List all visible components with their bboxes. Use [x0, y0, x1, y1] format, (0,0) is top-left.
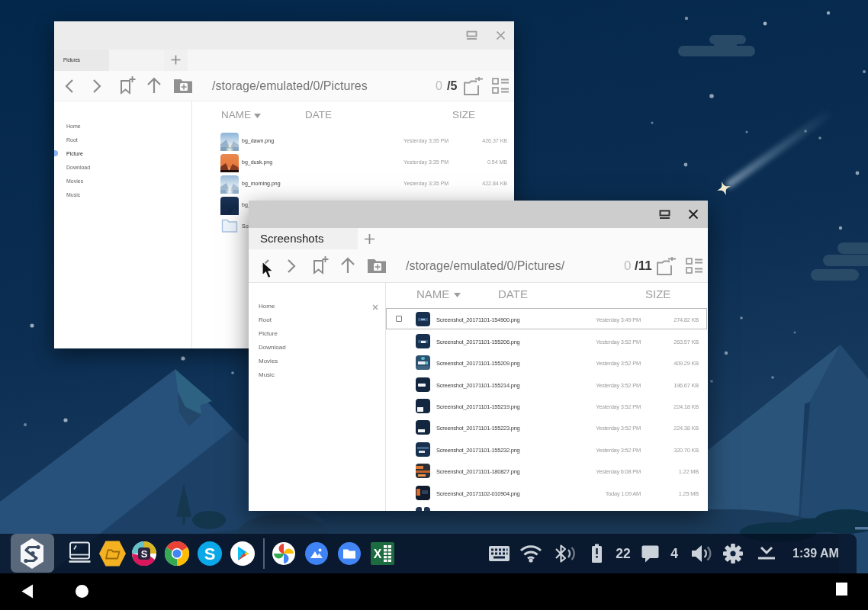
svg-text:X: X [374, 547, 382, 560]
svg-text:S: S [141, 548, 148, 560]
svg-text:S: S [204, 544, 216, 563]
